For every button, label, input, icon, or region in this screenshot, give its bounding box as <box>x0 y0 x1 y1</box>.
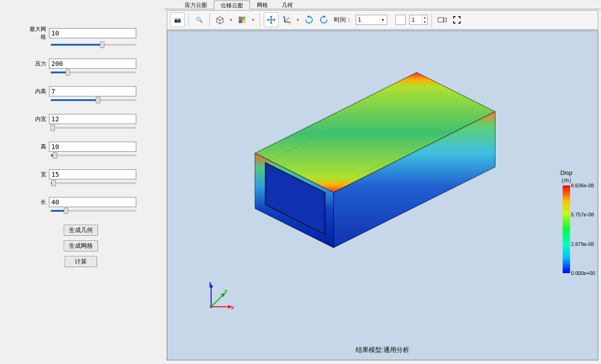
svg-rect-2 <box>239 20 242 23</box>
time-select[interactable]: 1▼ <box>356 15 387 25</box>
camera-icon: 📷 <box>174 17 181 23</box>
svg-rect-7 <box>438 18 443 22</box>
magnifier-icon: 🔍 <box>196 17 203 23</box>
axis-button[interactable]: zxy <box>280 12 293 27</box>
svg-point-11 <box>210 305 212 308</box>
move-icon <box>267 15 276 24</box>
axis-dropdown[interactable]: ▼ <box>295 18 301 22</box>
param-inner-height: 内高 <box>25 86 136 101</box>
length-input[interactable] <box>49 197 136 207</box>
pressure-input[interactable] <box>49 59 136 69</box>
fullscreen-button[interactable] <box>450 12 463 27</box>
param-label: 内宽 <box>25 115 49 123</box>
legend-tick: 2.879e-08 <box>571 241 594 247</box>
param-label: 内高 <box>25 88 49 95</box>
svg-text:z: z <box>209 281 212 286</box>
render-mode-button[interactable] <box>236 12 249 27</box>
length-slider[interactable] <box>51 210 136 212</box>
toolbar: 📷 🔍 ▼ ▼ zxy ▼ <box>167 10 598 30</box>
param-label: 宽 <box>25 171 49 179</box>
app-root: 最大网格 压力 内高 内宽 <box>0 0 601 364</box>
svg-text:x: x <box>231 304 234 310</box>
svg-text:y: y <box>288 16 290 19</box>
viewport-caption: 结果模型:通用分析 <box>356 346 409 354</box>
svg-text:z: z <box>283 15 284 18</box>
viewport-3d[interactable]: z x y Disp（m） 8.636e-08 5.757e-08 2.879e… <box>167 30 598 360</box>
param-label: 压力 <box>25 60 49 68</box>
param-label: 高 <box>25 143 49 151</box>
param-length: 长 <box>25 197 136 212</box>
legend-tick: 5.757e-08 <box>571 212 594 217</box>
param-height: 高 <box>25 142 136 156</box>
tab-geometry[interactable]: 几何 <box>275 0 300 9</box>
tab-bar: 应力云图 位移云图 网格 几何 <box>164 0 601 9</box>
legend-colorbar: 8.636e-08 5.757e-08 2.879e-08 0.000e+00 <box>563 185 570 273</box>
svg-rect-1 <box>242 17 245 20</box>
axis-icon: zxy <box>282 15 292 25</box>
max-mesh-input[interactable] <box>49 28 136 38</box>
frame-end-button[interactable] <box>395 15 406 25</box>
generate-geometry-button[interactable]: 生成几何 <box>64 225 98 236</box>
frame-spinner[interactable]: 1 ▲▼ <box>409 15 428 25</box>
svg-rect-0 <box>239 17 242 20</box>
pressure-slider[interactable] <box>51 72 136 73</box>
legend-tick: 0.000e+00 <box>571 270 595 276</box>
param-label: 长 <box>25 198 49 206</box>
tab-stress[interactable]: 应力云图 <box>178 0 214 9</box>
record-button[interactable] <box>436 12 449 27</box>
axis-triad: z x y <box>204 281 237 314</box>
inner-height-input[interactable] <box>49 86 136 96</box>
color-legend: Disp（m） 8.636e-08 5.757e-08 2.879e-08 0.… <box>548 169 585 273</box>
separator <box>188 13 189 27</box>
snapshot-button[interactable]: 📷 <box>170 12 185 27</box>
param-pressure: 压力 <box>25 59 136 73</box>
param-width: 宽 <box>25 169 136 184</box>
tab-mesh[interactable]: 网格 <box>250 0 275 9</box>
inner-width-slider[interactable] <box>51 127 136 129</box>
rotate-cw-icon <box>304 15 314 25</box>
height-slider[interactable] <box>51 155 136 156</box>
expand-icon <box>453 16 461 24</box>
separator <box>431 13 432 27</box>
param-label: 最大网格 <box>25 25 49 41</box>
separator <box>260 13 260 27</box>
legend-title: Disp（m） <box>548 169 585 184</box>
width-input[interactable] <box>49 169 136 179</box>
generate-mesh-button[interactable]: 生成网格 <box>64 240 98 251</box>
param-inner-width: 内宽 <box>25 114 136 129</box>
svg-text:x: x <box>289 22 291 24</box>
main-panel: 应力云图 位移云图 网格 几何 📷 🔍 ▼ ▼ zxy <box>164 0 601 364</box>
pan-button[interactable] <box>264 12 279 27</box>
fea-model <box>213 63 509 275</box>
width-slider[interactable] <box>51 182 136 184</box>
spin-down[interactable]: ▼ <box>422 20 427 24</box>
video-camera-icon <box>437 16 447 24</box>
tab-displacement[interactable]: 位移云图 <box>214 0 250 9</box>
spin-up[interactable]: ▲ <box>422 15 427 20</box>
view-cube-button[interactable] <box>213 12 226 27</box>
chevron-down-icon: ▼ <box>381 18 385 22</box>
compute-button[interactable]: 计算 <box>65 256 97 267</box>
svg-text:y: y <box>225 288 228 293</box>
zoom-button[interactable]: 🔍 <box>193 12 206 27</box>
inner-height-slider[interactable] <box>51 99 136 101</box>
separator <box>209 13 210 27</box>
param-max-mesh: 最大网格 <box>25 25 136 46</box>
inner-width-input[interactable] <box>49 114 136 124</box>
render-dropdown[interactable]: ▼ <box>250 18 256 22</box>
svg-line-10 <box>211 294 224 307</box>
max-mesh-slider[interactable] <box>51 44 136 46</box>
sidebar: 最大网格 压力 内高 内宽 <box>0 0 164 364</box>
time-label: 时间： <box>332 16 354 24</box>
view-dropdown[interactable]: ▼ <box>228 18 234 22</box>
legend-tick: 8.636e-08 <box>571 183 594 188</box>
rotate-ccw-button[interactable] <box>317 12 330 27</box>
color-cube-icon <box>237 15 247 25</box>
rotate-cw-button[interactable] <box>303 12 316 27</box>
cube-outline-icon <box>215 15 225 25</box>
height-input[interactable] <box>49 142 136 152</box>
svg-rect-3 <box>242 20 245 23</box>
rotate-ccw-icon <box>319 15 329 25</box>
